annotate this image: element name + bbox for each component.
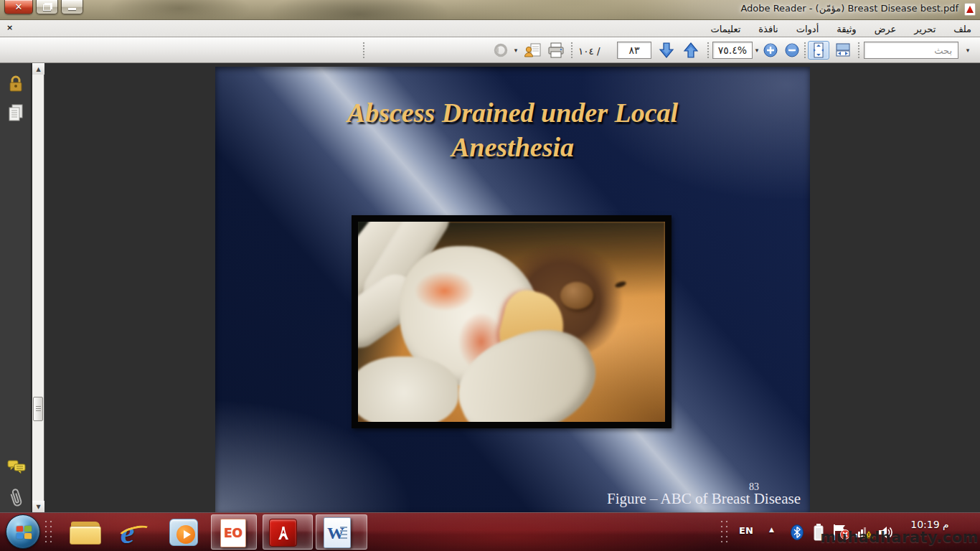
zoom-in-button[interactable] xyxy=(760,41,781,60)
fit-width-icon xyxy=(834,42,852,58)
show-hidden-icons-button[interactable]: ▲ xyxy=(769,526,774,533)
scroll-down-icon: ▼ xyxy=(36,504,40,510)
start-button[interactable] xyxy=(6,514,40,549)
pdf-slide: Abscess Drained under Local Anesthesia xyxy=(215,67,810,512)
menu-view[interactable]: عرض xyxy=(873,22,898,36)
minimize-button[interactable] xyxy=(61,0,83,14)
clinical-photo-frame xyxy=(352,215,672,428)
toolbar-grip[interactable] xyxy=(707,42,710,59)
email-icon xyxy=(524,42,542,59)
zoom-level-box[interactable]: ٧٥.٤% xyxy=(712,42,753,59)
scrollbar-thumb[interactable] xyxy=(33,397,43,421)
menubar-close-icon[interactable]: × xyxy=(6,23,13,32)
next-page-button[interactable] xyxy=(655,41,678,60)
slide-title-line1: Abscess Drained under Local xyxy=(215,95,810,130)
page-number-input[interactable] xyxy=(617,42,651,59)
chevron-down-icon: ▾ xyxy=(514,47,518,54)
toolbar-dropdown-button[interactable]: ▾ xyxy=(512,41,520,60)
comments-panel-button[interactable] xyxy=(6,458,25,478)
arrow-down-icon xyxy=(657,41,676,60)
vertical-scrollbar[interactable]: ▲ ▼ xyxy=(32,63,44,512)
toolbar-grip[interactable] xyxy=(362,42,366,59)
toolbar-grip[interactable] xyxy=(857,42,861,59)
taskbar: e EO W xyxy=(0,512,980,551)
pdf-toolbar: ▾ ١٠٤ / xyxy=(0,37,980,63)
fit-page-icon xyxy=(811,42,826,59)
previous-page-button[interactable] xyxy=(679,41,702,60)
pages-panel-button[interactable] xyxy=(6,103,25,123)
windows-logo-icon xyxy=(17,526,32,540)
chevron-down-icon: ▾ xyxy=(966,47,970,54)
taskbar-grip[interactable] xyxy=(44,520,55,545)
security-panel-button[interactable] xyxy=(6,74,25,94)
watermark-text: muhadharaty.com xyxy=(820,529,979,546)
menu-document[interactable]: وثيقة xyxy=(835,22,857,36)
paperclip-icon xyxy=(6,488,25,508)
menu-help[interactable]: تعليمات xyxy=(709,22,742,36)
bluetooth-icon xyxy=(789,524,805,541)
explorer-taskbar-button[interactable] xyxy=(70,517,101,547)
scroll-up-button[interactable]: ▲ xyxy=(32,63,44,75)
toolbar-grip[interactable] xyxy=(570,42,574,59)
menu-file[interactable]: ملف xyxy=(952,22,973,36)
pages-icon xyxy=(6,103,25,123)
word-icon: W xyxy=(324,517,351,548)
window-controls: ✕ xyxy=(4,0,83,16)
scroll-up-icon: ▲ xyxy=(36,66,40,72)
taskbar-grip[interactable] xyxy=(720,520,730,545)
minimize-icon xyxy=(68,8,76,10)
scroll-down-button[interactable]: ▼ xyxy=(32,501,44,512)
menu-window[interactable]: نافذة xyxy=(757,22,779,36)
fit-page-button[interactable] xyxy=(808,41,829,60)
lock-icon xyxy=(6,74,25,94)
previous-view-button[interactable] xyxy=(491,41,511,60)
zoom-in-icon xyxy=(763,42,778,58)
chevron-down-icon: ▾ xyxy=(755,47,759,54)
menu-bar: × ملف تحرير عرض وثيقة أدوات نافذة تعليما… xyxy=(0,20,980,37)
arrow-up-icon xyxy=(682,41,700,60)
toolbar-grip[interactable] xyxy=(804,42,807,59)
comments-icon xyxy=(6,458,27,476)
previous-view-icon xyxy=(493,42,509,58)
media-player-icon xyxy=(169,519,198,546)
email-button[interactable] xyxy=(522,41,544,60)
word-doc-lines xyxy=(340,527,347,541)
media-player-taskbar-button[interactable] xyxy=(168,517,199,547)
slide-title-line2: Anesthesia xyxy=(215,130,810,164)
powerpoint-taskbar-button[interactable]: EO xyxy=(211,514,257,550)
internet-explorer-taskbar-button[interactable]: e xyxy=(119,517,151,547)
zoom-out-icon xyxy=(784,42,800,58)
search-input[interactable] xyxy=(864,42,958,59)
window-titlebar: ✕ Adobe Reader - (مؤمّن) Breast Disease … xyxy=(0,0,980,20)
slide-caption: Figure – ABC of Breast Disease xyxy=(607,490,801,508)
word-taskbar-button[interactable]: W xyxy=(316,514,367,550)
fit-width-button[interactable] xyxy=(832,41,854,60)
search-dropdown-button[interactable]: ▾ xyxy=(962,41,974,60)
menu-items: ملف تحرير عرض وثيقة أدوات نافذة تعليمات xyxy=(709,20,973,37)
clinical-photo xyxy=(358,222,665,422)
powerpoint-icon-holder: EO xyxy=(217,517,249,547)
maximize-button[interactable] xyxy=(36,0,58,14)
window-title: Adobe Reader - (مؤمّن) Breast Disease be… xyxy=(740,3,958,14)
folder-front xyxy=(70,526,101,545)
adobe-reader-icon xyxy=(269,519,297,547)
photo-gauze xyxy=(358,357,458,422)
zoom-out-button[interactable] xyxy=(782,41,802,60)
page-total-label: ١٠٤ / xyxy=(578,45,600,57)
bluetooth-tray-button[interactable] xyxy=(789,524,805,544)
menu-edit[interactable]: تحرير xyxy=(913,22,937,36)
navigation-pane xyxy=(0,63,32,512)
adobe-reader-taskbar-button[interactable] xyxy=(263,514,313,550)
pdf-file-icon xyxy=(964,3,976,16)
menu-tools[interactable]: أدوات xyxy=(795,22,821,36)
powerpoint-letters: EO xyxy=(224,526,242,540)
close-icon: ✕ xyxy=(15,2,23,11)
slide-title: Abscess Drained under Local Anesthesia xyxy=(215,95,810,164)
print-button[interactable] xyxy=(545,41,567,60)
restore-icon xyxy=(43,4,51,11)
attachments-panel-button[interactable] xyxy=(6,488,25,508)
document-workarea: ▲ ▼ Abscess Drained under Local Anesthes… xyxy=(0,63,980,512)
powerpoint-icon: EO xyxy=(220,519,246,547)
close-button[interactable]: ✕ xyxy=(4,0,33,14)
language-indicator[interactable]: EN xyxy=(739,525,753,536)
